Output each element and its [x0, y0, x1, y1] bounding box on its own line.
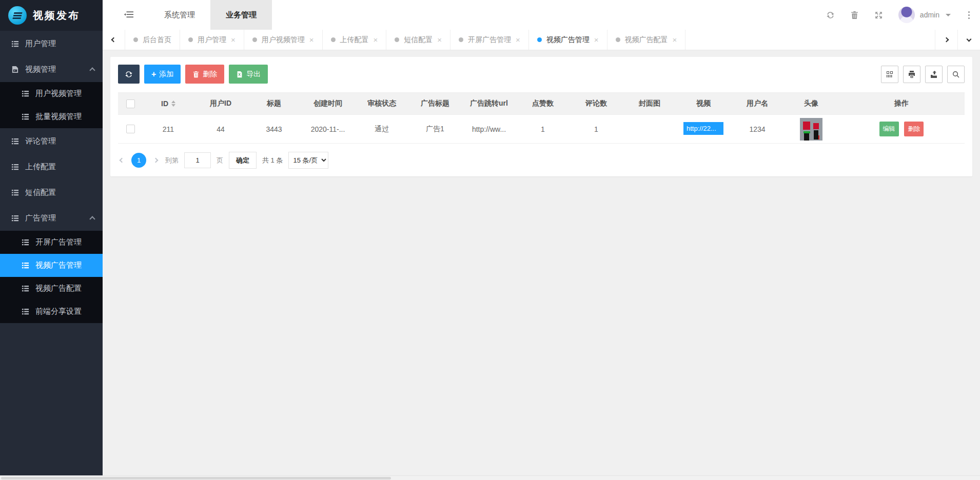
refresh-button[interactable]: [118, 65, 140, 84]
list-icon: [22, 90, 29, 97]
chevron-down-icon: [946, 14, 951, 16]
tabs-scroll-left-button[interactable]: [103, 30, 125, 50]
fullscreen-icon[interactable]: [874, 11, 883, 19]
sidebar-group-video-management[interactable]: 视频管理: [0, 56, 103, 82]
edit-button[interactable]: 编辑: [879, 122, 899, 136]
columns-filter-button[interactable]: [881, 66, 898, 83]
goto-page-input[interactable]: [184, 152, 211, 168]
tab-dot-icon: [459, 37, 463, 42]
cell-cover: [623, 115, 676, 144]
close-icon[interactable]: ×: [374, 36, 378, 44]
column-header-user-id: 用户ID: [194, 93, 247, 115]
sidebar-item-video-ad-management[interactable]: 视频广告管理: [0, 254, 103, 277]
print-button[interactable]: [903, 66, 920, 83]
sidebar-item-user-management[interactable]: 用户管理: [0, 31, 103, 56]
export-file-icon: [236, 71, 243, 78]
sort-id-control[interactable]: [171, 101, 175, 107]
header-nav-system-management[interactable]: 系统管理: [149, 0, 210, 30]
sidebar-item-label: 用户管理: [25, 39, 94, 49]
video-link-badge[interactable]: http://22...: [683, 122, 723, 135]
tab-label: 后台首页: [143, 35, 171, 45]
cell-created: 2020-11-...: [301, 115, 355, 144]
sidebar-item-video-ad-config[interactable]: 视频广告配置: [0, 277, 103, 300]
trash-icon[interactable]: [850, 11, 859, 19]
header-nav-business-management[interactable]: 业务管理: [210, 0, 272, 30]
sidebar-item-frontend-share-settings[interactable]: 前端分享设置: [0, 300, 103, 323]
cell-ad-title: 广告1: [408, 115, 462, 144]
topbar: 系统管理 业务管理 admin: [103, 0, 980, 30]
sidebar-item-upload-config[interactable]: 上传配置: [0, 154, 103, 179]
column-header-username: 用户名: [731, 93, 784, 115]
row-checkbox[interactable]: [126, 125, 135, 133]
sidebar-filler: [0, 323, 103, 480]
column-header-actions: 操作: [838, 93, 965, 115]
close-icon[interactable]: ×: [437, 36, 442, 44]
add-button[interactable]: + 添加: [144, 65, 181, 84]
tab-video-ad-management[interactable]: 视频广告管理 ×: [529, 30, 607, 50]
close-icon[interactable]: ×: [516, 36, 520, 44]
app-title: 视频发布: [33, 9, 80, 23]
page-size-select[interactable]: 15 条/页: [288, 152, 328, 169]
next-page-button[interactable]: [152, 156, 160, 164]
close-icon[interactable]: ×: [309, 36, 314, 44]
close-icon[interactable]: ×: [594, 36, 599, 44]
row-avatar-image[interactable]: [800, 118, 822, 141]
content-area: + 添加 删除 导出: [103, 50, 980, 480]
header-nav-label: 业务管理: [226, 10, 257, 20]
tab-upload-config[interactable]: 上传配置 ×: [323, 30, 387, 50]
sidebar-item-label: 开屏广告管理: [35, 237, 94, 247]
goto-label: 到第: [165, 156, 179, 165]
close-icon[interactable]: ×: [673, 36, 677, 44]
tab-label: 视频广告管理: [546, 35, 590, 45]
select-all-checkbox[interactable]: [126, 99, 135, 108]
list-icon: [22, 262, 29, 269]
tab-label: 短信配置: [404, 35, 433, 45]
list-icon: [11, 40, 19, 48]
confirm-page-button[interactable]: 确定: [229, 152, 257, 169]
delete-button[interactable]: 删除: [185, 65, 224, 84]
sidebar-item-batch-video-management[interactable]: 批量视频管理: [0, 105, 103, 128]
tab-user-video-management[interactable]: 用户视频管理 ×: [244, 30, 323, 50]
columns-icon: [886, 70, 894, 78]
sidebar-item-splash-ad-management[interactable]: 开屏广告管理: [0, 231, 103, 254]
tab-splash-ad-management[interactable]: 开屏广告管理 ×: [450, 30, 529, 50]
scrollbar-thumb[interactable]: [1, 477, 391, 479]
page-number-button[interactable]: 1: [131, 153, 146, 168]
column-header-ad-title: 广告标题: [408, 93, 462, 115]
tabs-scroll-right-button[interactable]: [935, 30, 957, 50]
tab-label: 视频广告配置: [625, 35, 668, 45]
chevron-up-icon: [89, 67, 95, 73]
search-button[interactable]: [947, 66, 965, 83]
tab-dot-icon: [252, 37, 257, 42]
sidebar-item-comment-management[interactable]: 评论管理: [0, 128, 103, 154]
refresh-icon[interactable]: [826, 11, 835, 19]
tab-dot-icon: [133, 37, 138, 42]
printer-icon: [908, 70, 916, 78]
row-delete-button[interactable]: 删除: [904, 122, 924, 136]
close-icon[interactable]: ×: [231, 36, 236, 44]
horizontal-scrollbar[interactable]: [0, 475, 980, 480]
tabs-menu-button[interactable]: [957, 30, 980, 50]
data-card: + 添加 删除 导出: [110, 57, 972, 176]
tab-sms-config[interactable]: 短信配置 ×: [386, 30, 450, 50]
app-logo-icon: [8, 6, 27, 25]
sidebar-item-label: 评论管理: [25, 136, 94, 146]
sidebar-item-sms-config[interactable]: 短信配置: [0, 179, 103, 205]
column-header-cover: 封面图: [623, 93, 676, 115]
sidebar-toggle-button[interactable]: [103, 0, 149, 30]
sidebar-group-ad-management[interactable]: 广告管理: [0, 205, 103, 231]
tab-video-ad-config[interactable]: 视频广告配置 ×: [607, 30, 686, 50]
cell-user-id: 44: [194, 115, 247, 144]
column-header-created: 创建时间: [301, 93, 355, 115]
user-menu[interactable]: admin: [898, 7, 951, 23]
main-area: 系统管理 业务管理 admin: [103, 0, 980, 480]
header-nav-label: 系统管理: [164, 10, 195, 20]
sidebar-item-user-video-management[interactable]: 用户视频管理: [0, 82, 103, 105]
more-options-icon[interactable]: [966, 11, 972, 19]
tab-home[interactable]: 后台首页: [125, 30, 180, 50]
prev-page-button[interactable]: [118, 156, 126, 164]
sidebar-group-label: 视频管理: [25, 65, 90, 74]
tab-user-management[interactable]: 用户管理 ×: [180, 30, 244, 50]
export-data-button[interactable]: [925, 66, 943, 83]
export-button[interactable]: 导出: [229, 65, 268, 84]
